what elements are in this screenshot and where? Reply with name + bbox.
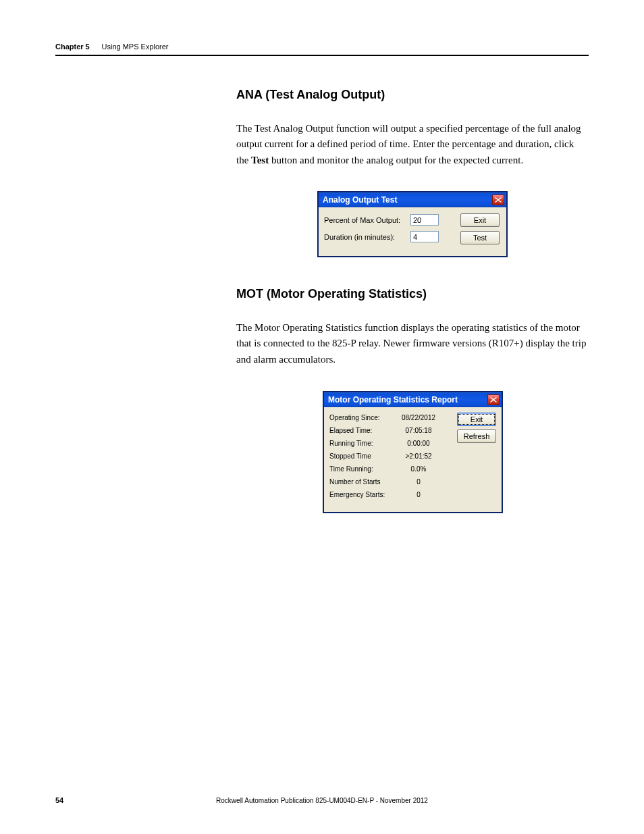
stat-label: Stopped Time	[329, 452, 398, 460]
refresh-button[interactable]: Refresh	[457, 429, 496, 443]
test-button[interactable]: Test	[460, 231, 500, 244]
stat-value: 08/22/2012	[398, 414, 439, 421]
stat-label: Operating Since:	[329, 414, 398, 421]
chapter-label: Chapter 5	[55, 43, 90, 51]
dialog-body: Operating Since:08/22/2012 Elapsed Time:…	[324, 407, 502, 512]
close-icon[interactable]	[487, 394, 500, 405]
body-ana-post: button and monitor the analog output for…	[269, 155, 523, 165]
percent-label: Percent of Max Output:	[324, 216, 410, 224]
footer-text: Rockwell Automation Publication 825-UM00…	[55, 797, 589, 804]
dialog-buttons: Exit Refresh	[457, 413, 496, 443]
analog-output-test-dialog: Analog Output Test Percent of Max Output…	[317, 191, 508, 257]
heading-mot: MOT (Motor Operating Statistics)	[236, 287, 589, 301]
page-header: Chapter 5 Using MPS Explorer	[55, 41, 589, 56]
body-ana-bold: Test	[251, 155, 269, 165]
stat-label: Time Running:	[329, 465, 398, 473]
stat-value: 0	[398, 491, 439, 498]
motor-stats-dialog: Motor Operating Statistics Report Operat…	[323, 391, 503, 513]
stat-label: Emergency Starts:	[329, 491, 398, 498]
stat-label: Elapsed Time:	[329, 427, 398, 434]
dialog-titlebar[interactable]: Motor Operating Statistics Report	[324, 392, 502, 407]
close-icon[interactable]	[492, 194, 504, 205]
stat-value: 0	[398, 478, 439, 486]
section-mot: MOT (Motor Operating Statistics) The Mot…	[236, 287, 589, 367]
stat-value: >2:01:52	[398, 452, 439, 460]
stat-value: 0:00:00	[398, 440, 439, 447]
stat-row: Time Running:0.0%	[329, 465, 496, 473]
dialog-buttons: Exit Test	[460, 213, 500, 244]
stat-row: Emergency Starts:0	[329, 491, 496, 498]
stat-row: Stopped Time>2:01:52	[329, 452, 496, 460]
stat-label: Number of Starts	[329, 478, 398, 486]
stat-value: 07:05:18	[398, 427, 439, 434]
header-title: Using MPS Explorer	[102, 43, 169, 51]
stat-row: Number of Starts0	[329, 478, 496, 486]
heading-ana: ANA (Test Analog Output)	[236, 88, 589, 102]
percent-input[interactable]	[410, 214, 439, 226]
duration-input[interactable]	[410, 231, 439, 242]
section-ana: ANA (Test Analog Output) The Test Analog…	[236, 88, 589, 168]
exit-button[interactable]: Exit	[457, 413, 496, 426]
dialog-title: Analog Output Test	[323, 195, 397, 205]
dialog-title: Motor Operating Statistics Report	[328, 395, 458, 405]
dialog-body: Percent of Max Output: Duration (in minu…	[319, 207, 506, 256]
stat-label: Running Time:	[329, 440, 398, 447]
dialog-titlebar[interactable]: Analog Output Test	[319, 192, 506, 207]
body-ana: The Test Analog Output function will out…	[236, 121, 589, 168]
duration-label: Duration (in minutes):	[324, 233, 410, 241]
exit-button[interactable]: Exit	[460, 213, 500, 227]
stat-value: 0.0%	[398, 465, 439, 473]
body-mot: The Motor Operating Statistics function …	[236, 320, 589, 367]
